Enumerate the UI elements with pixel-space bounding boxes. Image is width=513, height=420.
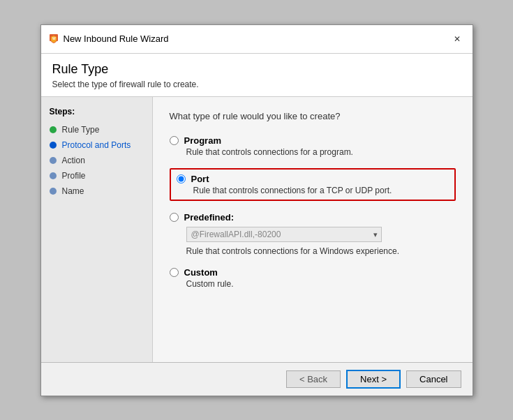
program-radio[interactable]: [170, 136, 179, 145]
next-button[interactable]: Next >: [346, 370, 401, 389]
dot-profile: [50, 172, 57, 179]
firewall-icon: W: [48, 33, 59, 45]
predefined-radio-row: Predefined:: [170, 212, 456, 223]
port-description: Rule that controls connections for a TCP…: [193, 186, 449, 195]
predefined-radio[interactable]: [170, 213, 179, 222]
header-section: Rule Type Select the type of firewall ru…: [41, 54, 473, 97]
content-question: What type of rule would you like to crea…: [170, 111, 456, 121]
back-button[interactable]: < Back: [286, 370, 341, 388]
sidebar-label-rule-type: Rule Type: [62, 125, 100, 135]
option-custom: Custom Custom rule.: [170, 267, 456, 289]
dot-protocol-ports: [50, 142, 57, 149]
dot-rule-type: [50, 126, 57, 133]
port-radio[interactable]: [177, 174, 186, 183]
sidebar-item-action[interactable]: Action: [41, 153, 152, 168]
custom-radio-row: Custom: [170, 267, 456, 278]
option-program: Program Rule that controls connections f…: [170, 135, 456, 157]
steps-label: Steps:: [41, 104, 152, 122]
close-button[interactable]: ✕: [449, 31, 466, 47]
predefined-select[interactable]: @FirewallAPI.dll,-80200: [186, 227, 382, 242]
svg-text:W: W: [52, 36, 56, 40]
program-description: Rule that controls connections for a pro…: [186, 147, 456, 157]
option-predefined: Predefined: @FirewallAPI.dll,-80200 Rule…: [170, 212, 456, 256]
predefined-select-wrapper: @FirewallAPI.dll,-80200: [186, 227, 382, 242]
footer: < Back Next > Cancel: [41, 362, 473, 396]
sidebar-label-protocol-ports: Protocol and Ports: [62, 140, 131, 150]
port-label[interactable]: Port: [191, 174, 209, 184]
sidebar: Steps: Rule Type Protocol and Ports Acti…: [41, 97, 153, 362]
wizard-window: W New Inbound Rule Wizard ✕ Rule Type Se…: [40, 24, 473, 396]
dot-name: [50, 188, 57, 195]
sidebar-item-profile[interactable]: Profile: [41, 168, 152, 183]
custom-description: Custom rule.: [186, 279, 456, 289]
body: Steps: Rule Type Protocol and Ports Acti…: [41, 97, 473, 362]
option-port-box: Port Rule that controls connections for …: [170, 168, 456, 201]
custom-label[interactable]: Custom: [184, 267, 218, 278]
sidebar-label-profile: Profile: [62, 171, 86, 181]
window-title: New Inbound Rule Wizard: [64, 33, 169, 44]
dot-action: [50, 157, 57, 164]
cancel-button[interactable]: Cancel: [406, 370, 461, 388]
header-subtitle: Select the type of firewall rule to crea…: [52, 80, 461, 89]
option-port: Port Rule that controls connections for …: [177, 174, 449, 195]
main-content: What type of rule would you like to crea…: [153, 97, 473, 362]
sidebar-item-name[interactable]: Name: [41, 183, 152, 199]
title-bar-left: W New Inbound Rule Wizard: [48, 33, 169, 45]
sidebar-label-name: Name: [62, 186, 84, 196]
predefined-dropdown-wrapper: @FirewallAPI.dll,-80200: [186, 227, 456, 242]
sidebar-item-protocol-ports[interactable]: Protocol and Ports: [41, 137, 152, 153]
title-bar: W New Inbound Rule Wizard ✕: [41, 25, 473, 54]
program-label[interactable]: Program: [184, 135, 221, 146]
predefined-description: Rule that controls connections for a Win…: [186, 246, 456, 256]
custom-radio[interactable]: [170, 268, 179, 277]
program-radio-row: Program: [170, 135, 456, 146]
predefined-label[interactable]: Predefined:: [184, 212, 235, 223]
sidebar-label-action: Action: [62, 156, 85, 165]
sidebar-item-rule-type[interactable]: Rule Type: [41, 122, 152, 137]
port-radio-row: Port: [177, 174, 449, 184]
header-title: Rule Type: [52, 62, 461, 77]
